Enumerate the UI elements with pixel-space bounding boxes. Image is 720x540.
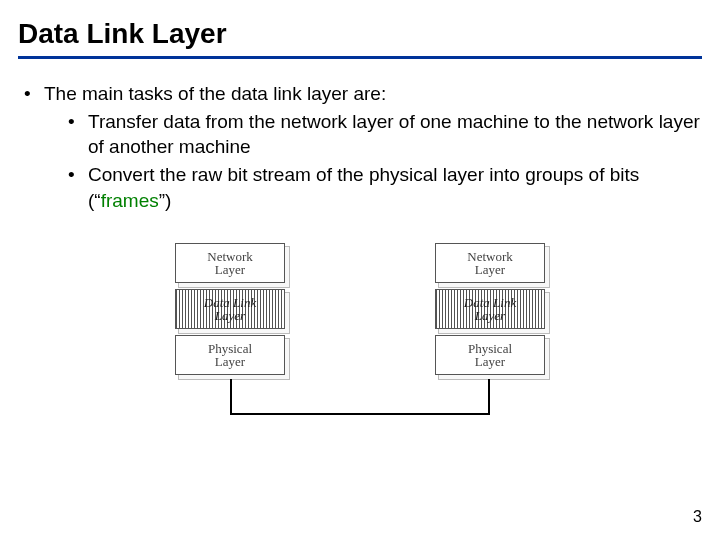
bullet-item-2-frames: frames bbox=[101, 190, 159, 211]
right-stack: Network Layer Data Link Layer Physical L… bbox=[435, 243, 545, 375]
left-physical-label-2: Layer bbox=[215, 354, 245, 369]
left-network-label-2: Layer bbox=[215, 262, 245, 277]
left-datalink-layer-box: Data Link Layer bbox=[175, 289, 285, 329]
slide-title: Data Link Layer bbox=[18, 18, 702, 50]
left-network-layer-box: Network Layer bbox=[175, 243, 285, 283]
bullet-item-2-post: ”) bbox=[159, 190, 172, 211]
bullet-intro-text: The main tasks of the data link layer ar… bbox=[44, 83, 386, 104]
bullet-intro: The main tasks of the data link layer ar… bbox=[18, 81, 702, 213]
bullet-item-1: Transfer data from the network layer of … bbox=[44, 109, 702, 160]
right-network-layer-box: Network Layer bbox=[435, 243, 545, 283]
right-physical-label-2: Layer bbox=[475, 354, 505, 369]
layer-diagram: Network Layer Data Link Layer Physical L… bbox=[125, 243, 595, 423]
slide: Data Link Layer The main tasks of the da… bbox=[0, 0, 720, 540]
left-datalink-label-2: Layer bbox=[215, 308, 245, 323]
title-underline bbox=[18, 56, 702, 59]
page-number: 3 bbox=[693, 508, 702, 526]
right-datalink-label-2: Layer bbox=[475, 308, 505, 323]
right-network-label-2: Layer bbox=[475, 262, 505, 277]
right-datalink-layer-box: Data Link Layer bbox=[435, 289, 545, 329]
left-physical-layer-box: Physical Layer bbox=[175, 335, 285, 375]
right-physical-layer-box: Physical Layer bbox=[435, 335, 545, 375]
slide-content: The main tasks of the data link layer ar… bbox=[18, 81, 702, 213]
physical-link-cable bbox=[230, 379, 490, 415]
bullet-item-2: Convert the raw bit stream of the physic… bbox=[44, 162, 702, 213]
left-stack: Network Layer Data Link Layer Physical L… bbox=[175, 243, 285, 375]
